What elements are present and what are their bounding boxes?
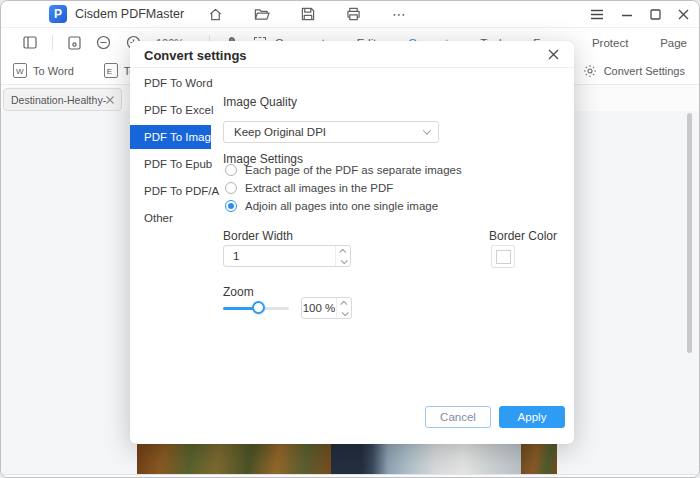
app-title: Cisdem PDFMaster [75,7,184,21]
radio-label: Each page of the PDF as separate images [245,164,462,176]
slider-thumb[interactable] [252,301,265,314]
word-doc-icon: W [13,63,27,78]
app-window: P Cisdem PDFMaster ⋯ [0,0,700,478]
titlebar: P Cisdem PDFMaster ⋯ [1,1,699,28]
more-options-icon[interactable]: ⋯ [392,6,407,22]
document-tab[interactable]: Destination-Healthy-... [3,88,122,111]
maximize-icon[interactable] [650,9,661,20]
zoom-label: Zoom [223,285,254,299]
image-quality-select[interactable]: Keep Original DPI [223,121,439,143]
image-quality-label: Image Quality [223,95,297,109]
tab-protect[interactable]: Protect [592,37,628,49]
radio-label: Adjoin all pages into one single image [245,200,438,212]
dropdown-arrow-icon [423,126,431,134]
convert-settings-button[interactable]: Convert Settings [604,65,685,77]
border-width-input[interactable]: 1 [223,245,351,267]
nav-pdf-to-pdfa[interactable]: PDF To PDF/A [130,179,211,203]
apply-button[interactable]: Apply [499,406,565,428]
photo-segment [331,444,521,474]
nav-pdf-to-epub[interactable]: PDF To Epub [130,152,211,176]
border-width-value: 1 [224,246,335,266]
radio-extract-images[interactable]: Extract all images in the PDF [225,181,393,195]
nav-other[interactable]: Other [130,206,211,230]
tab-page[interactable]: Page [660,37,687,49]
vertical-scrollbar[interactable] [687,113,692,353]
spinner-down-icon[interactable] [336,256,350,266]
radio-selected-icon [225,200,237,212]
gear-icon [583,64,597,78]
border-width-label: Border Width [223,229,293,243]
excel-doc-icon: E [104,63,118,78]
close-dialog-icon[interactable] [545,46,561,62]
border-width-spinner[interactable] [335,246,350,266]
dialog-panel: Image Quality Keep Original DPI Image Se… [223,67,574,444]
document-tab-title: Destination-Healthy-... [11,94,106,106]
nav-pdf-to-excel[interactable]: PDF To Excel [130,98,211,122]
radio-icon [225,182,237,194]
border-color-swatch[interactable] [491,245,515,268]
image-quality-value: Keep Original DPI [234,126,424,138]
nav-pdf-to-word[interactable]: PDF To Word [130,71,211,95]
radio-separate-images[interactable]: Each page of the PDF as separate images [225,163,462,177]
document-photo [137,444,557,474]
photo-segment [521,444,557,474]
photo-segment [137,444,331,474]
close-window-icon[interactable] [678,9,689,20]
spinner-down-icon[interactable] [337,308,351,318]
radio-label: Extract all images in the PDF [245,182,393,194]
zoom-spinner[interactable] [336,298,351,318]
radio-icon [225,164,237,176]
to-word-label: To Word [33,65,74,77]
dialog-title: Convert settings [144,48,247,63]
border-color-label: Border Color [489,229,557,243]
sidebar-toggle-icon[interactable] [23,36,37,49]
convert-settings-dialog: Convert settings PDF To Word PDF To Exce… [130,41,574,444]
radio-adjoin-pages[interactable]: Adjoin all pages into one single image [225,199,438,213]
zoom-percent-value: 100 % [302,298,336,318]
home-icon[interactable] [208,7,223,22]
dialog-nav: PDF To Word PDF To Excel PDF To Image PD… [130,71,211,233]
print-icon[interactable] [346,7,361,21]
menu-icon[interactable] [590,9,604,20]
zoom-out-icon[interactable] [96,35,111,50]
cancel-button[interactable]: Cancel [425,406,491,428]
page-thumbnail-icon[interactable] [68,36,81,50]
close-tab-icon[interactable] [106,96,114,104]
border-color-value [496,250,511,264]
toolbar-separator [52,35,53,50]
zoom-percent-input[interactable]: 100 % [301,297,352,319]
minimize-icon[interactable] [621,9,633,21]
zoom-slider[interactable] [223,301,289,315]
spinner-up-icon[interactable] [336,246,350,256]
to-word-button[interactable]: W To Word [13,63,74,78]
status-bar [1,474,699,478]
open-folder-icon[interactable] [254,7,270,21]
save-icon[interactable] [301,7,315,21]
spinner-up-icon[interactable] [337,298,351,308]
app-logo-icon: P [49,5,67,23]
nav-pdf-to-image[interactable]: PDF To Image [130,125,211,149]
